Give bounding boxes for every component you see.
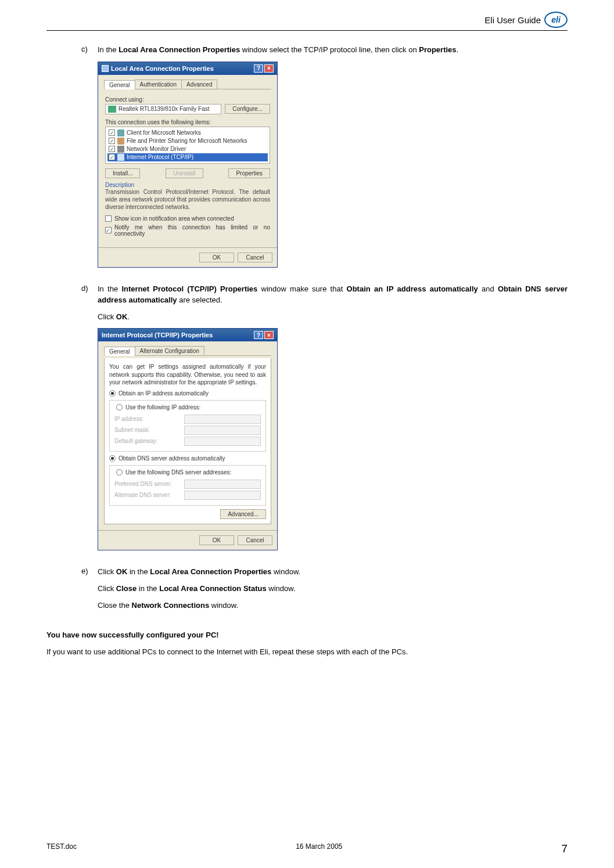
step-c: c) In the Local Area Connection Properti… [81,45,568,278]
checkbox-icon[interactable]: ✓ [109,154,115,160]
uninstall-button: Uninstall [166,168,203,178]
subnet-input [184,426,261,435]
content-area: c) In the Local Area Connection Properti… [46,45,568,658]
show-icon-checkbox[interactable] [105,215,112,222]
pref-dns-label: Preferred DNS server: [114,481,178,487]
close-button[interactable]: × [264,331,274,339]
step-d-click-ok: Click OK. [98,312,568,323]
notify-checkbox[interactable]: ✓ [105,227,112,233]
install-button[interactable]: Install... [105,168,140,178]
radio-auto-ip[interactable] [109,390,116,397]
adapter-field[interactable]: Realtek RTL8139/810x Family Fast [105,104,221,114]
item-file-sharing[interactable]: ✓ File and Printer Sharing for Microsoft… [107,137,268,145]
dialog-tcpip-properties: Internet Protocol (TCP/IP) Properties ? … [98,328,278,550]
subnet-label: Subnet mask: [114,427,178,433]
dialog2-titlebar: Internet Protocol (TCP/IP) Properties ? … [98,329,277,341]
step-d-text: In the Internet Protocol (TCP/IP) Proper… [98,284,568,306]
step-e: e) Click OK in the Local Area Connection… [81,567,568,617]
item-monitor[interactable]: ✓ Network Monitor Driver [107,145,268,153]
configure-button[interactable]: Configure... [225,104,270,114]
tab-alternate[interactable]: Alternate Configuration [135,346,204,355]
followup-message: If you want to use additional PCs to con… [46,647,568,658]
tab-general[interactable]: General [104,80,135,89]
adapter-icon [108,106,116,113]
item-client[interactable]: ✓ Client for Microsoft Networks [107,129,268,137]
step-d-marker: d) [81,284,98,561]
items-label: This connection uses the following items… [105,119,270,125]
dialog1-tabs: General Authentication Advanced [104,80,271,89]
radio-manual-dns-label: Use the following DNS server addresses: [125,469,231,476]
help-button[interactable]: ? [254,331,263,339]
radio-auto-dns-label: Obtain DNS server address automatically [119,455,225,462]
header-title: Eli User Guide [484,15,541,25]
step-e-marker: e) [81,567,98,617]
radio-manual-dns[interactable] [116,469,123,476]
tab-authentication[interactable]: Authentication [135,80,182,89]
pref-dns-input [184,480,261,489]
footer-center: 16 March 2005 [296,842,342,855]
monitor-icon [117,146,124,153]
dialog-lan-properties: Local Area Connection Properties ? × Gen… [98,62,278,268]
client-icon [117,129,124,136]
checkbox-icon[interactable]: ✓ [109,129,115,136]
show-icon-label: Show icon in notification area when conn… [114,215,234,222]
checkbox-icon[interactable]: ✓ [109,138,115,144]
connect-using-label: Connect using: [105,96,270,103]
radio-auto-ip-label: Obtain an IP address automatically [119,390,209,397]
ok-button[interactable]: OK [199,253,234,262]
description-label: Description [105,182,270,188]
items-list[interactable]: ✓ Client for Microsoft Networks ✓ File a… [105,127,270,164]
description-text: Transmission Control Protocol/Internet P… [105,188,270,211]
footer-page-number: 7 [561,842,568,855]
logo: eli [544,12,568,28]
dialog2-title: Internet Protocol (TCP/IP) Properties [102,332,213,338]
dialog1-titlebar: Local Area Connection Properties ? × [98,62,277,75]
step-c-marker: c) [81,45,98,278]
gateway-input [184,437,261,446]
step-e-line1: Click OK in the Local Area Connection Pr… [98,567,568,578]
notify-label: Notify me when this connection has limit… [114,224,270,237]
gateway-label: Default gateway: [114,438,178,444]
cancel-button[interactable]: Cancel [238,253,272,262]
page-header: Eli User Guide eli [46,12,568,31]
window-icon [102,65,109,72]
ip-label: IP address: [114,416,178,422]
step-e-line3: Close the Network Connections window. [98,600,568,611]
step-d: d) In the Internet Protocol (TCP/IP) Pro… [81,284,568,561]
alt-dns-label: Alternate DNS server: [114,492,178,498]
dialog1-title: Local Area Connection Properties [111,65,214,72]
file-icon [117,138,124,145]
dialog2-note: You can get IP settings assigned automat… [109,363,266,387]
ok-button[interactable]: OK [199,535,234,545]
footer-left: TEST.doc [46,842,77,855]
dialog2-tabs: General Alternate Configuration [104,346,271,356]
advanced-button[interactable]: Advanced... [220,509,266,519]
tab-advanced[interactable]: Advanced [181,80,217,89]
logo-text: eli [544,12,568,28]
page-footer: TEST.doc 16 March 2005 7 [46,842,568,855]
tcp-icon [117,154,124,161]
properties-button[interactable]: Properties [228,168,270,178]
close-button[interactable]: × [264,64,274,73]
help-button[interactable]: ? [254,64,263,73]
radio-manual-ip-label: Use the following IP address: [125,404,200,410]
success-message: You have now successfully configured you… [46,631,568,639]
radio-auto-dns[interactable] [109,455,116,462]
step-c-text: In the Local Area Connection Properties … [98,45,568,56]
alt-dns-input [184,491,261,500]
tab-general[interactable]: General [104,347,135,356]
item-tcpip[interactable]: ✓ Internet Protocol (TCP/IP) [107,153,268,161]
cancel-button[interactable]: Cancel [238,535,272,545]
radio-manual-ip[interactable] [116,404,123,410]
step-e-line2: Click Close in the Local Area Connection… [98,584,568,595]
ip-input [184,415,261,424]
checkbox-icon[interactable]: ✓ [109,146,115,152]
